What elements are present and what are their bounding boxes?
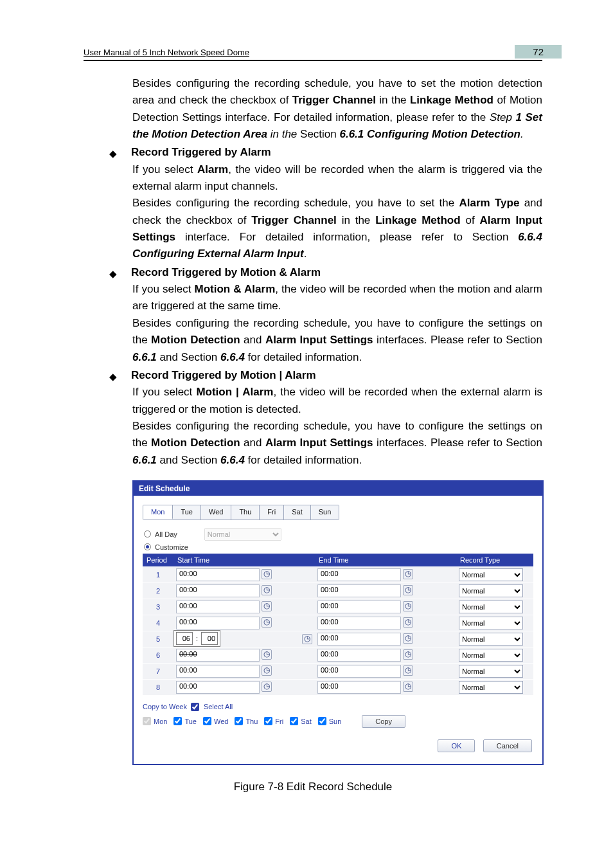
table-row: 200:0000:00Normal: [143, 583, 533, 599]
start-time-cell: 00:00: [173, 566, 315, 583]
clock-icon[interactable]: [262, 682, 272, 692]
col-period: Period: [143, 554, 173, 567]
intro-paragraph: Besides configuring the recording schedu…: [132, 75, 542, 143]
diamond-icon: ◆: [109, 369, 118, 384]
record-type-select[interactable]: Normal: [459, 665, 523, 678]
start-time-input[interactable]: 00:00: [176, 649, 260, 662]
clock-icon[interactable]: [403, 601, 413, 611]
clock-icon[interactable]: [262, 569, 272, 579]
clock-icon[interactable]: [403, 585, 413, 595]
start-time-cell: 00:00: [173, 583, 315, 599]
clock-icon[interactable]: [262, 601, 272, 611]
record-type-select[interactable]: Normal: [459, 568, 523, 581]
clock-icon[interactable]: [403, 633, 413, 644]
period-cell: 8: [143, 679, 173, 695]
end-time-input[interactable]: 00:00: [317, 568, 401, 581]
copy-day-checkbox-wed[interactable]: [203, 717, 211, 725]
select-all-checkbox[interactable]: [191, 703, 199, 711]
copy-button[interactable]: Copy: [362, 715, 405, 728]
dialog-title: Edit Schedule: [134, 482, 542, 496]
clock-icon[interactable]: [403, 665, 413, 676]
period-cell: 4: [143, 615, 173, 631]
tab-wed[interactable]: Wed: [201, 505, 231, 520]
record-type-select[interactable]: Normal: [459, 649, 523, 662]
start-time-cell: 00:00: [173, 663, 315, 679]
para-alarm-2: Besides configuring the recording schedu…: [132, 195, 542, 262]
start-time-cell: :: [173, 631, 315, 647]
start-time-cell: 00:00: [173, 599, 315, 615]
clock-icon[interactable]: [262, 585, 272, 595]
tab-thu[interactable]: Thu: [231, 505, 260, 520]
tab-mon[interactable]: Mon: [143, 505, 173, 520]
para-moa-2: Besides configuring the recording schedu…: [132, 418, 542, 469]
record-type-cell: Normal: [456, 679, 533, 695]
record-type-select[interactable]: Normal: [459, 681, 523, 694]
clock-icon[interactable]: [262, 617, 272, 628]
para-moa-1: If you select Motion | Alarm, the video …: [132, 384, 542, 418]
table-row: 400:0000:00Normal: [143, 615, 533, 631]
start-time-input[interactable]: 00:00: [176, 617, 260, 629]
end-time-cell: 00:00: [315, 615, 456, 631]
clock-icon[interactable]: [403, 617, 413, 628]
end-time-input[interactable]: 00:00: [317, 617, 401, 629]
period-cell: 3: [143, 599, 173, 615]
record-type-select[interactable]: Normal: [459, 601, 523, 613]
tab-fri[interactable]: Fri: [260, 505, 284, 520]
copy-day-checkbox-sat[interactable]: [290, 717, 298, 725]
end-time-cell: 00:00: [315, 647, 456, 663]
end-time-input[interactable]: 00:00: [317, 601, 401, 613]
clock-icon[interactable]: [403, 649, 413, 660]
table-row: 300:0000:00Normal: [143, 599, 533, 615]
ok-button[interactable]: OK: [438, 739, 475, 752]
start-time-cell: 00:00: [173, 647, 315, 663]
time-separator: :: [196, 635, 198, 642]
copy-day-label: Mon: [154, 718, 167, 725]
start-time-input[interactable]: 00:00: [176, 584, 260, 597]
header-title: User Manual of 5 Inch Network Speed Dome: [84, 48, 249, 57]
edit-schedule-dialog: Edit Schedule MonTueWedThuFriSatSun All …: [132, 480, 544, 765]
record-type-cell: Normal: [456, 647, 533, 663]
start-time-input[interactable]: 00:00: [176, 681, 260, 694]
end-time-input[interactable]: 00:00: [317, 681, 401, 694]
start-time-input[interactable]: 00:00: [176, 568, 260, 581]
tab-sun[interactable]: Sun: [311, 505, 339, 520]
customize-label: Customize: [155, 543, 188, 551]
diamond-icon: ◆: [109, 266, 118, 281]
end-time-cell: 00:00: [315, 663, 456, 679]
record-type-select[interactable]: Normal: [459, 584, 523, 597]
radio-customize[interactable]: [144, 543, 151, 550]
end-time-input[interactable]: 00:00: [317, 584, 401, 597]
record-type-select[interactable]: Normal: [459, 617, 523, 629]
copy-day-label: Sat: [301, 718, 312, 725]
record-type-cell: Normal: [456, 663, 533, 679]
end-time-input[interactable]: 00:00: [317, 649, 401, 662]
start-hour-input[interactable]: [176, 632, 193, 645]
start-time-input[interactable]: 00:00: [176, 665, 260, 678]
select-all-label: Select All: [204, 703, 233, 710]
record-type-select[interactable]: Normal: [459, 633, 523, 646]
radio-all-day[interactable]: [144, 530, 151, 538]
start-minute-input[interactable]: [201, 632, 218, 645]
clock-icon[interactable]: [262, 665, 272, 676]
end-time-cell: 00:00: [315, 631, 456, 647]
clock-icon[interactable]: [403, 569, 413, 579]
copy-day-checkbox-fri[interactable]: [264, 717, 272, 725]
cancel-button[interactable]: Cancel: [483, 739, 532, 752]
tab-tue[interactable]: Tue: [173, 505, 201, 520]
copy-day-checkbox-thu[interactable]: [235, 717, 243, 725]
end-time-input[interactable]: 00:00: [317, 665, 401, 678]
clock-icon[interactable]: [403, 682, 413, 692]
end-time-input[interactable]: 00:00: [317, 633, 401, 646]
tab-sat[interactable]: Sat: [284, 505, 311, 520]
record-type-cell: Normal: [456, 599, 533, 615]
copy-day-checkbox-tue[interactable]: [173, 717, 182, 725]
record-type-cell: Normal: [456, 631, 533, 647]
clock-icon[interactable]: [262, 649, 272, 660]
day-tabs: MonTueWedThuFriSatSun: [143, 505, 339, 520]
copy-day-checkbox-sun[interactable]: [318, 717, 326, 725]
copy-day-label: Tue: [184, 718, 197, 725]
start-time-input[interactable]: 00:00: [176, 601, 260, 613]
period-cell: 5: [143, 631, 173, 647]
para-alarm-1: If you select Alarm, the video will be r…: [132, 161, 542, 195]
clock-icon[interactable]: [302, 634, 312, 644]
